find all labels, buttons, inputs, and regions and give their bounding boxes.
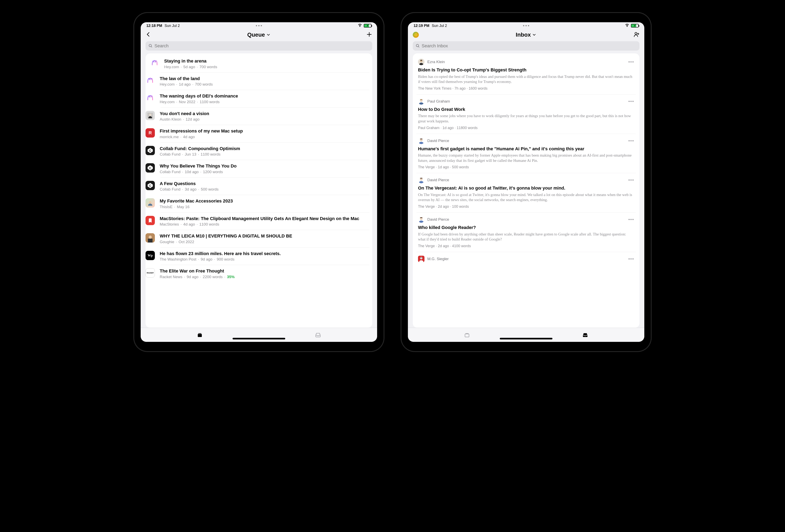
page-title-button[interactable]: Inbox — [516, 31, 537, 38]
tab-inbox[interactable] — [259, 328, 377, 342]
tab-bar — [408, 328, 644, 342]
item-meta: Paul Graham · 1d ago · 11800 words — [418, 126, 634, 130]
item-title: Biden Is Trying to Co-opt Trump's Bigges… — [418, 67, 634, 73]
author-name: David Pierce — [427, 138, 449, 143]
nav-header: 🙂 Inbox — [408, 29, 644, 41]
more-button[interactable]: ••• — [628, 178, 634, 183]
add-button[interactable] — [366, 31, 372, 38]
page-title-button[interactable]: Queue — [247, 31, 271, 38]
queue-item[interactable]: CCollab Fund: Compounding OptimismCollab… — [160, 142, 370, 160]
queue-item[interactable]: RACKETThe Elite War on Free ThoughtRacke… — [160, 265, 370, 283]
source-icon — [146, 198, 155, 208]
inbox-item[interactable]: Paul Graham•••How to Do Great WorkThere … — [416, 94, 636, 134]
tab-queue[interactable] — [408, 328, 526, 342]
more-button[interactable]: ••• — [628, 59, 634, 64]
status-date: Sun Jul 2 — [164, 24, 180, 28]
inbox-item[interactable]: Ezra Klein•••Biden Is Trying to Co-opt T… — [413, 55, 639, 94]
svg-point-23 — [416, 44, 419, 47]
item-title: The law of the land — [160, 76, 365, 81]
multitask-dots-icon[interactable] — [523, 25, 529, 26]
search-input[interactable] — [146, 41, 372, 51]
svg-line-24 — [419, 47, 420, 48]
inbox-item[interactable]: David Pierce•••Humane's first gadget is … — [416, 134, 636, 173]
more-button[interactable]: ••• — [628, 256, 634, 262]
item-title: How to Do Great Work — [418, 107, 634, 112]
source-icon: Wp — [146, 251, 155, 260]
svg-point-0 — [360, 26, 360, 27]
svg-rect-17 — [198, 334, 202, 337]
queue-item[interactable]: Staying in the arenaHey.com5d ago700 wor… — [146, 55, 372, 73]
svg-rect-18 — [198, 333, 201, 334]
svg-rect-39 — [465, 334, 469, 337]
source-icon — [146, 76, 155, 85]
tab-inbox[interactable] — [526, 328, 644, 342]
item-title: Who killed Google Reader? — [418, 225, 634, 231]
item-meta: The Verge · 2d ago · 4100 words — [418, 244, 634, 248]
multitask-dots-icon[interactable] — [256, 25, 262, 26]
screen: 12:18 PM Sun Jul 2 ⚡︎ Queue — [141, 22, 377, 342]
svg-point-6 — [149, 114, 151, 116]
search-field[interactable] — [154, 43, 370, 49]
queue-item[interactable]: You don't need a visionAustin Kleon12d a… — [160, 107, 370, 125]
status-time: 12:19 PM — [413, 24, 429, 28]
inbox-tab-icon — [582, 332, 589, 338]
screen: 12:19 PM Sun Jul 2 ⚡︎ 🙂 Inbox — [408, 22, 644, 342]
queue-item[interactable]: RFirst impressions of my new Mac setupmo… — [160, 125, 370, 142]
item-title: The Elite War on Free Thought — [160, 268, 365, 274]
item-meta: The Verge · 2d ago · 100 words — [418, 205, 634, 209]
status-date: Sun Jul 2 — [432, 24, 447, 28]
source-icon — [146, 111, 155, 120]
more-button[interactable]: ••• — [628, 99, 634, 104]
inbox-item[interactable]: David Pierce•••On The Vergecast: AI is s… — [416, 173, 636, 212]
item-meta: Hey.com5d ago700 words — [164, 65, 368, 69]
more-button[interactable]: ••• — [628, 138, 634, 143]
source-icon: C — [146, 163, 155, 172]
more-button[interactable]: ••• — [628, 217, 634, 222]
queue-tab-icon — [463, 332, 471, 338]
svg-point-38 — [422, 258, 422, 258]
queue-list[interactable]: Staying in the arenaHey.com5d ago700 wor… — [146, 53, 372, 328]
item-meta: Collab Fund3d ago500 words — [160, 187, 365, 191]
tab-bar — [141, 328, 377, 342]
home-indicator[interactable] — [500, 338, 552, 340]
queue-item[interactable]: WHY THE LEICA M10 | EVERYTHING A DIGITAL… — [160, 230, 370, 247]
queue-item[interactable]: My Favorite Mac Accessories 2023ThisIsEM… — [160, 195, 370, 212]
item-title: MacStories: Paste: The Clipboard Managem… — [160, 216, 365, 221]
tab-queue[interactable] — [141, 328, 259, 342]
source-icon: RACKET — [146, 268, 155, 277]
item-snippet: On The Vergecast: AI is so good at Twitt… — [418, 192, 634, 203]
svg-line-4 — [151, 47, 152, 48]
search-field[interactable] — [422, 43, 637, 49]
source-icon — [146, 233, 155, 242]
add-person-button[interactable] — [633, 31, 639, 38]
search-container — [141, 41, 377, 53]
item-meta: morrick.me4d ago — [160, 135, 365, 139]
queue-item[interactable]: WpHe has flown 23 million miles. Here ar… — [160, 247, 370, 265]
search-input[interactable] — [413, 41, 639, 51]
inbox-item[interactable]: David Pierce•••Who killed Google Reader?… — [416, 212, 636, 252]
inbox-item[interactable]: M.G. Siegler••• — [416, 252, 636, 268]
svg-text:C: C — [149, 166, 151, 170]
svg-point-3 — [149, 44, 151, 47]
queue-item[interactable]: CA Few QuestionsCollab Fund3d ago500 wor… — [160, 178, 370, 195]
source-icon — [150, 58, 159, 68]
queue-item[interactable]: CWhy You Believe The Things You DoCollab… — [160, 160, 370, 178]
item-meta: ThisIsEMay 16 — [160, 205, 365, 209]
back-button[interactable] — [146, 31, 151, 38]
wifi-icon — [625, 23, 629, 28]
queue-item[interactable]: The waning days of DEI's dominanceHey.co… — [160, 90, 370, 107]
source-icon — [146, 216, 155, 225]
item-meta: The New York Times · 7h ago · 1600 words — [418, 86, 634, 90]
profile-avatar-button[interactable]: 🙂 — [413, 32, 419, 38]
battery-icon: ⚡︎ — [364, 24, 372, 27]
home-indicator[interactable] — [233, 338, 285, 340]
queue-tab-icon — [196, 332, 203, 338]
author-name: Ezra Klein — [427, 60, 445, 64]
svg-point-37 — [420, 258, 421, 258]
inbox-list[interactable]: Ezra Klein•••Biden Is Trying to Co-opt T… — [413, 53, 639, 328]
item-title: Collab Fund: Compounding Optimism — [160, 146, 365, 152]
queue-item[interactable]: The law of the landHey.com1d ago700 word… — [160, 73, 370, 90]
author-avatar — [418, 256, 425, 262]
queue-item[interactable]: MacStories: Paste: The Clipboard Managem… — [160, 212, 370, 230]
author-name: Paul Graham — [427, 99, 450, 104]
